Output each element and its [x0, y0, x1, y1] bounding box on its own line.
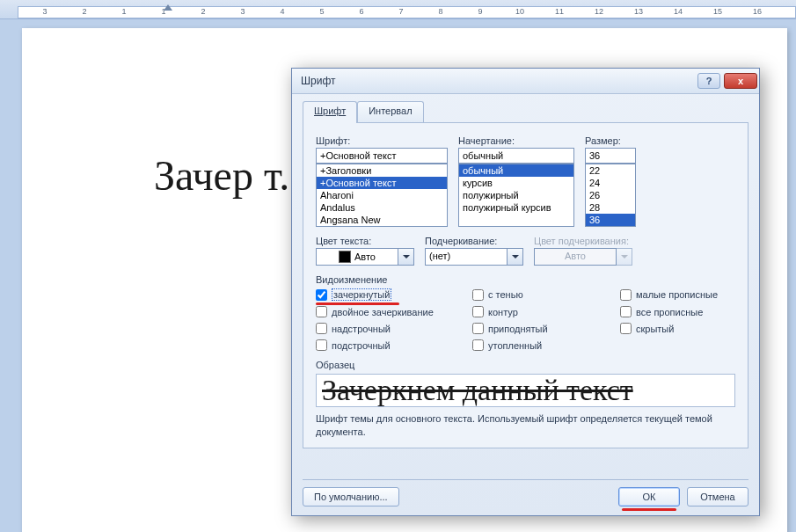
chk-allcaps-label: все прописные: [636, 307, 703, 317]
list-item[interactable]: 36: [586, 214, 635, 226]
ruler-number: 6: [359, 7, 363, 16]
tab-spacing[interactable]: Интервал: [357, 101, 423, 122]
ruler-number: 7: [398, 7, 403, 16]
close-button[interactable]: x: [724, 73, 757, 89]
chevron-down-icon: [621, 253, 628, 260]
ruler-number: 1: [121, 7, 126, 16]
underline-color-value: Авто: [565, 251, 586, 261]
ruler-number: 12: [595, 7, 603, 16]
chk-superscript[interactable]: надстрочный: [316, 323, 465, 334]
chk-hidden-input[interactable]: [620, 323, 632, 334]
underline-label: Подчеркивание:: [425, 236, 523, 246]
preview-box: Зачеркнем данный текст: [316, 374, 735, 407]
ruler-number: 11: [555, 7, 564, 16]
chk-hidden[interactable]: скрытый: [620, 323, 752, 334]
size-input[interactable]: [585, 148, 636, 164]
list-item[interactable]: обычный: [459, 164, 573, 177]
defaults-button-label: По умолчанию...: [314, 492, 388, 502]
chk-double-strike[interactable]: двойное зачеркивание: [316, 306, 465, 317]
style-input[interactable]: [458, 148, 574, 164]
list-item[interactable]: 24: [586, 177, 635, 189]
text-color-label: Цвет текста:: [316, 236, 414, 246]
size-listbox[interactable]: 2224262836: [585, 164, 636, 227]
ruler-track: 32112345678910111213141516: [18, 6, 796, 18]
list-item[interactable]: курсив: [459, 177, 573, 189]
defaults-button[interactable]: По умолчанию...: [303, 487, 399, 506]
tab-font-label: Шрифт: [314, 106, 346, 116]
underline-value: (нет): [429, 251, 450, 261]
chk-subscript-input[interactable]: [316, 339, 327, 351]
chk-smallcaps[interactable]: малые прописные: [620, 288, 752, 301]
preview-label: Образец: [316, 360, 735, 370]
ruler-number: 14: [674, 7, 683, 16]
chk-emboss-label: приподнятый: [488, 324, 548, 334]
cancel-button[interactable]: Отмена: [687, 487, 749, 506]
ruler-number: 2: [201, 7, 205, 16]
chk-engrave[interactable]: утопленный: [472, 339, 613, 351]
chk-strikethrough[interactable]: зачеркнутый: [316, 288, 465, 301]
list-item[interactable]: Angsana New: [317, 214, 447, 226]
list-item[interactable]: 26: [586, 189, 635, 201]
tab-panel-font: Шрифт: +Заголовки+Основной текстAharoniA…: [303, 123, 749, 448]
chk-superscript-input[interactable]: [316, 323, 327, 334]
underline-color-label: Цвет подчеркивания:: [534, 236, 632, 246]
list-item[interactable]: Aharoni: [317, 189, 447, 201]
chk-allcaps[interactable]: все прописные: [620, 306, 752, 317]
close-icon: x: [738, 76, 743, 86]
ok-button[interactable]: ОК: [618, 487, 680, 506]
chk-smallcaps-input[interactable]: [620, 289, 632, 301]
chevron-down-icon: [403, 253, 410, 260]
chk-shadow-input[interactable]: [472, 289, 484, 301]
font-input[interactable]: [316, 148, 448, 164]
chk-shadow[interactable]: с тенью: [472, 288, 613, 301]
help-icon: ?: [706, 76, 712, 86]
chk-allcaps-input[interactable]: [620, 306, 632, 317]
style-label: Начертание:: [458, 135, 574, 146]
list-item[interactable]: +Заголовки: [317, 164, 447, 177]
text-color-combo[interactable]: Авто: [316, 248, 414, 266]
chk-hidden-label: скрытый: [636, 324, 674, 334]
dialog-titlebar[interactable]: Шрифт ? x: [292, 69, 759, 94]
list-item[interactable]: 28: [586, 201, 635, 214]
chk-superscript-label: надстрочный: [332, 324, 391, 334]
text-color-dropdown-button[interactable]: [398, 248, 414, 266]
chk-subscript[interactable]: подстрочный: [316, 339, 465, 351]
list-item[interactable]: полужирный курсив: [459, 201, 573, 214]
font-label: Шрифт:: [316, 135, 448, 146]
chk-double-strike-input[interactable]: [316, 306, 327, 317]
ruler-number: 16: [753, 7, 762, 16]
ruler-number: 2: [82, 7, 86, 16]
chk-outline-label: контур: [488, 307, 518, 317]
list-item[interactable]: 22: [586, 164, 635, 177]
chk-emboss-input[interactable]: [472, 323, 484, 334]
chk-outline[interactable]: контур: [472, 306, 613, 317]
document-text[interactable]: Зачер т.: [154, 151, 289, 200]
chk-strikethrough-label: зачеркнутый: [333, 289, 390, 300]
underline-color-dropdown-button: [617, 248, 632, 266]
ruler-number: 3: [240, 7, 245, 16]
horizontal-ruler: 32112345678910111213141516: [0, 0, 796, 19]
chk-emboss[interactable]: приподнятый: [472, 323, 613, 334]
dialog-title: Шрифт: [301, 75, 694, 87]
ruler-number: 13: [634, 7, 643, 16]
style-listbox[interactable]: обычныйкурсивполужирныйполужирный курсив: [458, 164, 574, 227]
ok-button-label: ОК: [643, 492, 656, 502]
list-item[interactable]: +Основной текст: [317, 177, 447, 189]
chk-strikethrough-input[interactable]: [316, 289, 327, 301]
preview-text: Зачеркнем данный текст: [322, 374, 633, 407]
ruler-number: 4: [280, 7, 284, 16]
chk-shadow-label: с тенью: [488, 289, 523, 300]
tab-font[interactable]: Шрифт: [303, 101, 357, 122]
list-item[interactable]: полужирный: [459, 189, 573, 201]
chk-engrave-label: утопленный: [488, 340, 542, 351]
preview-hint: Шрифт темы для основного текста. Использ…: [316, 412, 735, 439]
help-button[interactable]: ?: [697, 73, 720, 89]
font-dialog: Шрифт ? x Шрифт Интервал Шрифт: +Заголов…: [291, 68, 760, 516]
chk-engrave-input[interactable]: [472, 339, 484, 351]
underline-combo[interactable]: (нет): [425, 248, 523, 266]
chk-outline-input[interactable]: [472, 306, 484, 317]
highlight-marker: [622, 508, 676, 511]
underline-dropdown-button[interactable]: [508, 248, 523, 266]
list-item[interactable]: Andalus: [317, 201, 447, 214]
font-listbox[interactable]: +Заголовки+Основной текстAharoniAndalusA…: [316, 164, 448, 227]
